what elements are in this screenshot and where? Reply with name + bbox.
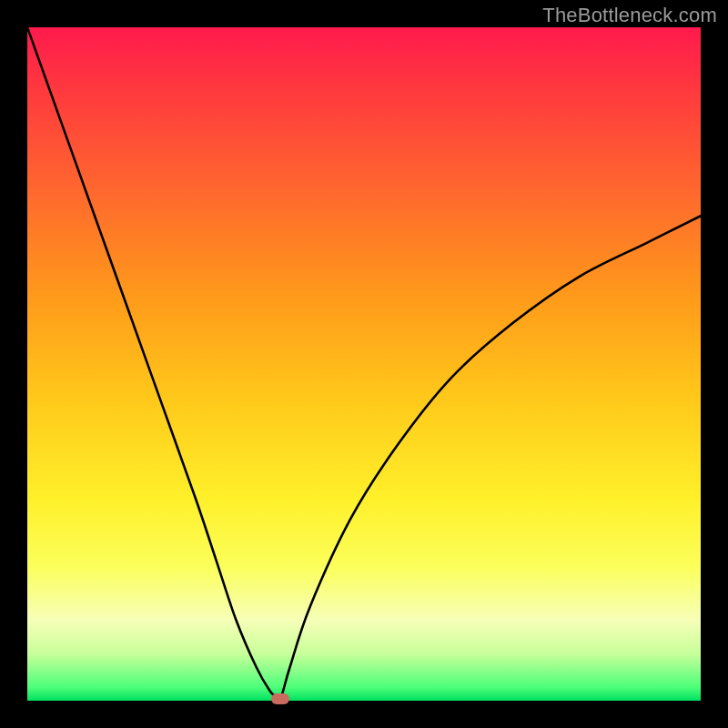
chart-frame: TheBottleneck.com: [0, 0, 728, 728]
watermark-text: TheBottleneck.com: [542, 4, 717, 27]
bottleneck-curve-path: [27, 27, 701, 701]
curve-svg: [27, 27, 701, 701]
optimal-point-marker: [271, 693, 289, 704]
plot-area: [27, 27, 701, 701]
